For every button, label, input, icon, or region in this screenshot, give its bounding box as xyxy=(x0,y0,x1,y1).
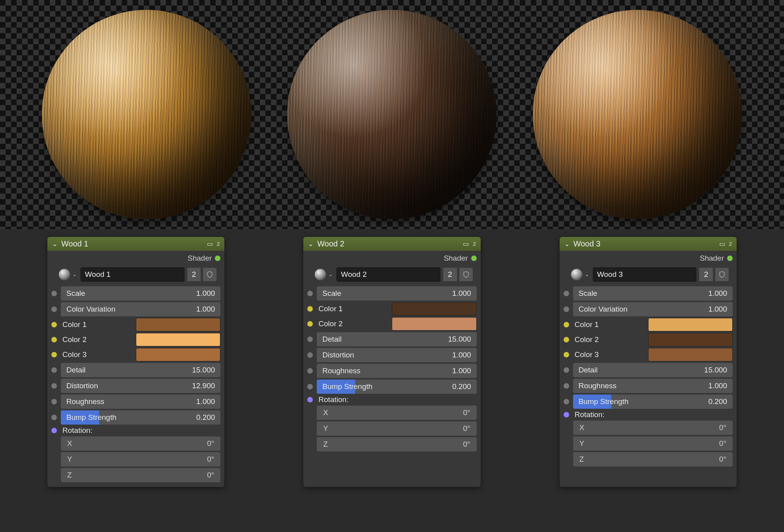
material-preview-icon[interactable] xyxy=(58,269,70,280)
material-preview-icon[interactable] xyxy=(314,269,326,280)
angle-input[interactable]: Z0° xyxy=(61,468,220,482)
float-input[interactable]: Color Variation1.000 xyxy=(61,302,220,316)
angle-input[interactable]: Y0° xyxy=(61,452,220,466)
float-input[interactable]: Scale1.000 xyxy=(317,286,476,301)
angle-input[interactable]: Z0° xyxy=(573,452,733,466)
axis-label: Z xyxy=(67,471,72,479)
angle-input[interactable]: Y0° xyxy=(317,421,476,436)
float-socket-icon[interactable] xyxy=(564,291,569,296)
color-swatch[interactable] xyxy=(392,302,476,316)
float-socket-icon[interactable] xyxy=(564,306,569,312)
chevron-down-icon[interactable]: ⌄ xyxy=(308,240,313,248)
float-input[interactable]: Scale1.000 xyxy=(61,286,220,301)
color-socket-icon[interactable] xyxy=(51,322,57,327)
float-socket-icon[interactable] xyxy=(51,415,57,420)
color-socket-icon[interactable] xyxy=(51,352,57,357)
float-input[interactable]: Distortion1.000 xyxy=(317,348,476,362)
angle-input[interactable]: X0° xyxy=(317,406,476,420)
float-input[interactable]: Detail15.000 xyxy=(573,363,733,377)
panel-header[interactable]: ⌄Wood 3▭2 xyxy=(560,237,737,251)
float-socket-icon[interactable] xyxy=(564,367,569,373)
color-swatch[interactable] xyxy=(136,333,220,346)
color-swatch[interactable] xyxy=(648,348,733,361)
color-swatch[interactable] xyxy=(392,317,476,331)
float-input[interactable]: Bump Strength0.200 xyxy=(573,395,733,409)
chevron-down-icon[interactable]: ⌄ xyxy=(52,240,57,248)
float-input[interactable]: Bump Strength0.200 xyxy=(61,410,220,425)
material-user-count[interactable]: 2 xyxy=(187,268,201,281)
float-socket-icon[interactable] xyxy=(564,383,569,389)
float-input[interactable]: Distortion12.900 xyxy=(61,379,220,393)
color-socket-icon[interactable] xyxy=(51,337,57,342)
float-socket-icon[interactable] xyxy=(51,306,57,312)
color-socket-icon[interactable] xyxy=(307,321,313,327)
node-group-icon[interactable]: ▭ xyxy=(207,240,213,248)
node-group-icon[interactable]: ▭ xyxy=(719,240,725,248)
shader-socket-icon[interactable] xyxy=(215,256,220,261)
color-swatch[interactable] xyxy=(136,318,220,331)
angle-input[interactable]: X0° xyxy=(61,436,220,451)
fake-user-toggle[interactable] xyxy=(203,268,216,281)
output-socket-row: Shader xyxy=(303,251,480,266)
float-socket-icon[interactable] xyxy=(307,336,313,342)
float-input-row: Scale1.000 xyxy=(47,286,224,301)
color-input-row: Color 1 xyxy=(303,301,480,316)
float-socket-icon[interactable] xyxy=(51,367,57,373)
chevron-down-icon[interactable]: ⌄ xyxy=(73,272,77,277)
panel-header[interactable]: ⌄Wood 2▭2 xyxy=(303,237,480,251)
vector-socket-icon[interactable] xyxy=(307,397,313,402)
chevron-down-icon[interactable]: ⌄ xyxy=(564,240,570,248)
material-user-count[interactable]: 2 xyxy=(443,268,457,281)
float-input[interactable]: Roughness1.000 xyxy=(317,364,476,378)
float-input[interactable]: Detail15.000 xyxy=(317,332,476,346)
fake-user-toggle[interactable] xyxy=(715,268,729,281)
float-input[interactable]: Roughness1.000 xyxy=(573,379,733,393)
float-input[interactable]: Scale1.000 xyxy=(573,286,733,301)
float-socket-icon[interactable] xyxy=(51,291,57,296)
axis-label: Z xyxy=(579,455,584,464)
color-socket-icon[interactable] xyxy=(564,337,569,342)
float-socket-icon[interactable] xyxy=(307,352,313,358)
float-socket-icon[interactable] xyxy=(307,291,313,296)
float-socket-icon[interactable] xyxy=(564,399,569,404)
float-input[interactable]: Color Variation1.000 xyxy=(573,302,733,316)
fake-user-toggle[interactable] xyxy=(459,268,473,281)
float-input[interactable]: Roughness1.000 xyxy=(61,395,220,409)
color-input-row: Color 3 xyxy=(560,347,737,362)
color-swatch[interactable] xyxy=(648,333,733,346)
angle-input[interactable]: Z0° xyxy=(317,437,476,451)
angle-input-row: Y0° xyxy=(47,451,224,467)
color-socket-icon[interactable] xyxy=(564,322,569,327)
panel-header[interactable]: ⌄Wood 1▭2 xyxy=(47,237,224,251)
color-socket-icon[interactable] xyxy=(564,352,569,357)
chevron-down-icon[interactable]: ⌄ xyxy=(329,272,333,277)
material-name-field[interactable] xyxy=(81,267,184,282)
chevron-down-icon[interactable]: ⌄ xyxy=(585,272,589,277)
shader-socket-icon[interactable] xyxy=(727,256,733,261)
float-input-row: Color Variation1.000 xyxy=(560,301,737,317)
color-socket-icon[interactable] xyxy=(307,306,313,312)
float-input[interactable]: Bump Strength0.200 xyxy=(317,380,476,394)
material-name-field[interactable] xyxy=(593,267,697,282)
node-panel[interactable]: ⌄Wood 2▭2Shader⌄2Scale1.000Color 1Color … xyxy=(303,237,480,487)
color-swatch[interactable] xyxy=(648,318,733,331)
vector-socket-icon[interactable] xyxy=(51,428,57,433)
node-panel[interactable]: ⌄Wood 1▭2Shader⌄2Scale1.000Color Variati… xyxy=(47,237,224,487)
material-user-count[interactable]: 2 xyxy=(699,268,713,281)
angle-input[interactable]: Y0° xyxy=(573,436,733,451)
material-preview-icon[interactable] xyxy=(571,269,583,280)
color-swatch[interactable] xyxy=(136,348,220,361)
shader-socket-icon[interactable] xyxy=(471,256,477,261)
float-socket-icon[interactable] xyxy=(51,399,57,404)
node-panel[interactable]: ⌄Wood 3▭2Shader⌄2Scale1.000Color Variati… xyxy=(560,237,737,487)
vector-socket-icon[interactable] xyxy=(564,412,569,417)
angle-input-row: Z0° xyxy=(560,451,737,467)
angle-input[interactable]: X0° xyxy=(573,421,733,435)
angle-value: 0° xyxy=(463,424,470,433)
float-input[interactable]: Detail15.000 xyxy=(61,363,220,377)
float-socket-icon[interactable] xyxy=(307,384,313,389)
material-name-field[interactable] xyxy=(337,267,440,282)
node-group-icon[interactable]: ▭ xyxy=(463,240,469,248)
float-socket-icon[interactable] xyxy=(307,368,313,374)
float-socket-icon[interactable] xyxy=(51,383,57,389)
